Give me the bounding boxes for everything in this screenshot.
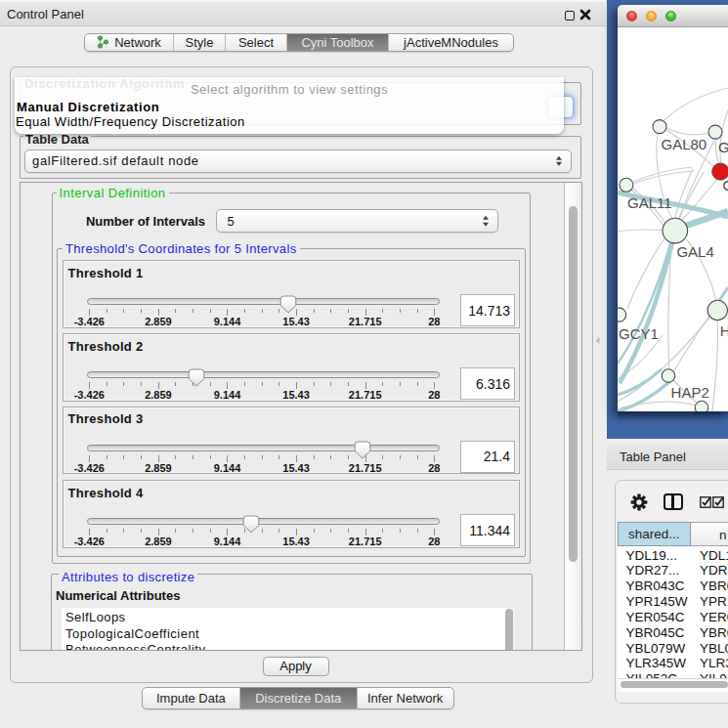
svg-text:GAL11: GAL11	[627, 194, 672, 211]
svg-text:H: H	[720, 322, 728, 339]
svg-text:CY: CY	[723, 177, 728, 193]
svg-text:GCY1: GCY1	[619, 325, 659, 342]
svg-text:GAL80: GAL80	[662, 136, 707, 152]
svg-text:GAL4: GAL4	[676, 243, 713, 260]
svg-text:HAP2: HAP2	[671, 384, 709, 401]
svg-text:GA: GA	[718, 139, 728, 155]
